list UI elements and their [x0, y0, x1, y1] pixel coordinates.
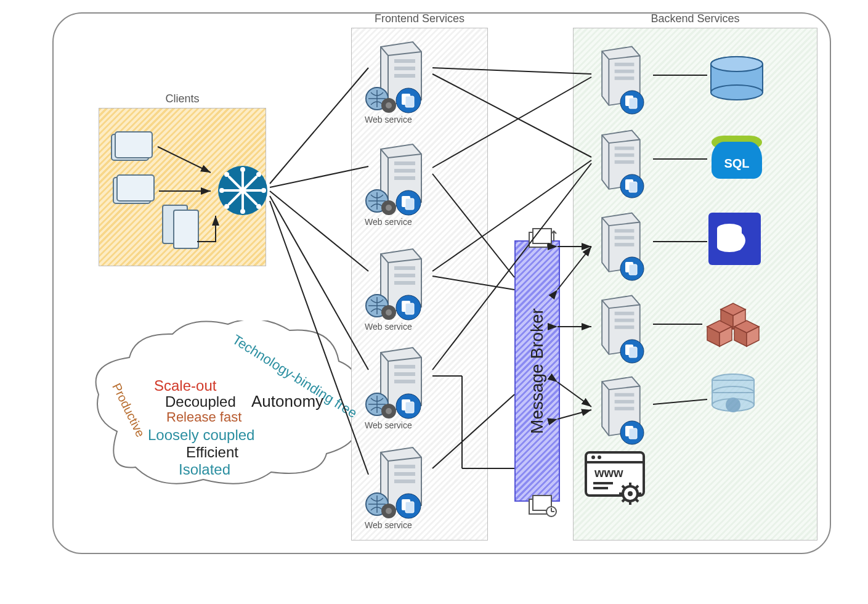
queue-in-icon	[527, 225, 559, 255]
backend-label: Backend Services	[574, 12, 817, 25]
svg-point-99	[386, 309, 392, 316]
svg-line-54	[636, 486, 638, 488]
frontend-web-service-3: Web service	[370, 245, 431, 319]
frontend-web-service-4: Web service	[370, 344, 431, 418]
wordcloud: Technology-binding freeScale-outProducti…	[80, 320, 351, 499]
svg-rect-5	[174, 210, 198, 248]
svg-rect-123	[629, 264, 637, 275]
svg-rect-114	[405, 502, 414, 513]
svg-rect-20	[533, 229, 551, 243]
client-device-1	[108, 129, 157, 169]
backend-service-4	[591, 292, 649, 361]
svg-point-93	[386, 205, 392, 211]
wordcloud-term: Efficient	[186, 444, 238, 461]
svg-point-15	[224, 172, 229, 177]
frontend-label: Frontend Services	[352, 12, 487, 25]
web-service-label: Web service	[365, 115, 412, 124]
web-service-label: Web service	[365, 520, 412, 530]
database-cylinder-icon	[708, 55, 765, 105]
sql-label: SQL	[708, 157, 765, 171]
svg-text:www: www	[594, 466, 623, 480]
svg-rect-96	[405, 198, 414, 210]
svg-point-28	[711, 85, 763, 100]
nosql-store-icon	[708, 213, 761, 265]
svg-rect-129	[629, 428, 637, 439]
svg-rect-117	[629, 98, 637, 108]
wordcloud-term: Autonomy	[251, 392, 323, 411]
svg-point-13	[219, 188, 224, 193]
svg-point-47	[628, 491, 633, 496]
svg-point-11	[240, 167, 245, 172]
message-broker: Message Broker	[514, 240, 560, 502]
diagram-stage: Clients Frontend Services Backend Servic…	[0, 0, 868, 604]
wordcloud-term: Decoupled	[165, 393, 236, 410]
svg-point-14	[261, 188, 266, 193]
backend-service-2	[591, 127, 649, 196]
client-device-3	[158, 200, 206, 253]
wordcloud-term: Loosely coupled	[148, 426, 254, 444]
wordcloud-term: Release fast	[166, 409, 241, 425]
svg-point-18	[256, 204, 261, 209]
client-device-2	[110, 173, 159, 212]
svg-rect-1	[115, 132, 152, 158]
backend-service-3	[591, 210, 649, 279]
svg-rect-126	[629, 347, 637, 357]
backend-service-5	[591, 373, 649, 443]
queue-out-icon	[527, 493, 559, 523]
cache-store-icon	[708, 373, 758, 422]
frontend-web-service-5: Web service	[370, 444, 431, 518]
external-web-service-icon: www	[582, 449, 650, 510]
backend-service-1	[591, 43, 649, 112]
svg-line-52	[622, 486, 625, 488]
blob-storage-cubes-icon	[702, 296, 764, 351]
svg-point-16	[256, 172, 261, 177]
router-icon	[216, 163, 270, 220]
svg-point-12	[240, 209, 245, 214]
message-broker-label: Message Broker	[527, 308, 547, 434]
svg-point-87	[386, 102, 392, 108]
svg-point-29	[711, 57, 763, 71]
web-service-label: Web service	[365, 322, 412, 332]
frontend-web-service-1: Web service	[370, 38, 431, 112]
wordcloud-term: Scale-out	[154, 377, 216, 394]
wordcloud-term: Isolated	[179, 461, 230, 478]
svg-line-53	[636, 499, 638, 502]
svg-rect-120	[629, 182, 637, 192]
svg-rect-108	[405, 402, 414, 413]
svg-rect-90	[405, 96, 414, 107]
svg-point-38	[726, 398, 740, 412]
web-service-label: Web service	[365, 420, 412, 430]
frontend-web-service-2: Web service	[370, 141, 431, 214]
svg-point-17	[224, 204, 229, 209]
svg-rect-102	[405, 303, 414, 314]
svg-rect-3	[117, 175, 154, 201]
sql-database-icon: SQL	[708, 136, 765, 184]
svg-point-41	[591, 455, 595, 459]
clients-label: Clients	[99, 92, 266, 105]
svg-point-111	[386, 508, 392, 514]
svg-line-55	[622, 499, 625, 502]
svg-point-42	[598, 455, 601, 459]
svg-point-105	[386, 408, 392, 414]
web-service-label: Web service	[365, 217, 412, 227]
